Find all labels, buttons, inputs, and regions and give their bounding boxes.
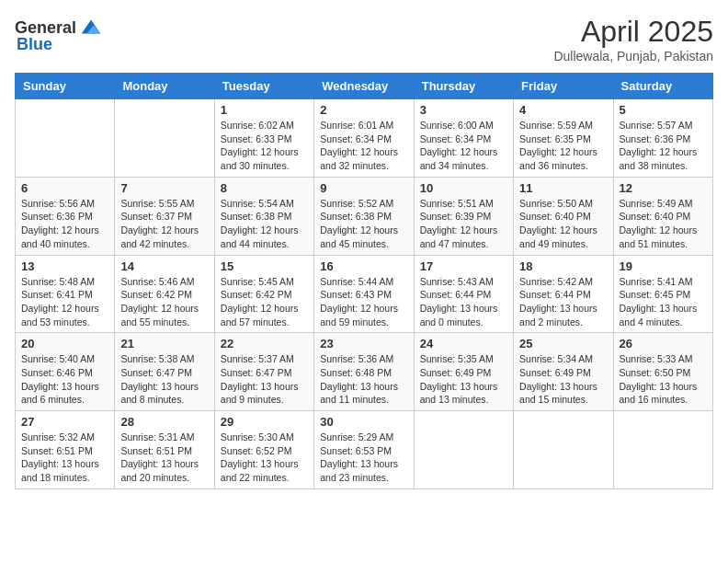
sunrise-text: Sunrise: 5:36 AM — [320, 353, 393, 364]
day-number: 17 — [420, 259, 507, 273]
col-header-friday: Friday — [514, 74, 613, 99]
day-number: 21 — [120, 337, 208, 350]
cell-info: Sunrise: 5:35 AM Sunset: 6:49 PM Dayligh… — [420, 352, 507, 407]
logo-icon — [78, 15, 104, 40]
day-number: 7 — [120, 181, 208, 195]
daylight-text: Daylight: 13 hours and 22 minutes. — [221, 458, 299, 483]
calendar-cell: 16 Sunrise: 5:44 AM Sunset: 6:43 PM Dayl… — [314, 255, 414, 333]
daylight-text: Daylight: 12 hours and 40 minutes. — [21, 224, 99, 249]
sunrise-text: Sunrise: 5:49 AM — [620, 198, 693, 209]
calendar-cell — [613, 411, 712, 489]
calendar-cell: 14 Sunrise: 5:46 AM Sunset: 6:42 PM Dayl… — [115, 255, 214, 333]
sunrise-text: Sunrise: 5:59 AM — [519, 120, 593, 131]
daylight-text: Daylight: 12 hours and 30 minutes. — [221, 146, 299, 171]
col-header-sunday: Sunday — [16, 74, 115, 99]
calendar-cell — [514, 411, 613, 489]
sunrise-text: Sunrise: 5:44 AM — [320, 276, 393, 287]
cell-info: Sunrise: 5:33 AM Sunset: 6:50 PM Dayligh… — [620, 352, 707, 407]
day-number: 16 — [320, 259, 407, 273]
sunset-text: Sunset: 6:45 PM — [620, 289, 691, 300]
calendar-cell: 26 Sunrise: 5:33 AM Sunset: 6:50 PM Dayl… — [613, 333, 712, 411]
daylight-text: Daylight: 13 hours and 13 minutes. — [420, 381, 498, 406]
sunset-text: Sunset: 6:38 PM — [320, 211, 392, 222]
day-number: 2 — [320, 103, 407, 117]
daylight-text: Daylight: 12 hours and 55 minutes. — [120, 303, 199, 327]
cell-info: Sunrise: 5:40 AM Sunset: 6:46 PM Dayligh… — [21, 352, 108, 407]
sunrise-text: Sunrise: 5:42 AM — [519, 276, 593, 287]
day-number: 1 — [221, 103, 308, 117]
calendar-cell: 11 Sunrise: 5:50 AM Sunset: 6:40 PM Dayl… — [514, 177, 613, 255]
sunset-text: Sunset: 6:43 PM — [320, 289, 392, 300]
cell-info: Sunrise: 6:00 AM Sunset: 6:34 PM Dayligh… — [420, 119, 507, 173]
sunrise-text: Sunrise: 5:37 AM — [221, 353, 294, 364]
sunrise-text: Sunrise: 5:55 AM — [120, 198, 194, 209]
calendar-cell: 30 Sunrise: 5:29 AM Sunset: 6:53 PM Dayl… — [314, 411, 414, 489]
calendar-week-row: 20 Sunrise: 5:40 AM Sunset: 6:46 PM Dayl… — [16, 333, 713, 411]
page-header: General Blue April 2025 Dullewala, Punja… — [15, 15, 713, 63]
calendar-cell: 1 Sunrise: 6:02 AM Sunset: 6:33 PM Dayli… — [214, 99, 313, 178]
calendar-cell: 20 Sunrise: 5:40 AM Sunset: 6:46 PM Dayl… — [16, 333, 115, 411]
logo-blue: Blue — [17, 35, 52, 54]
sunrise-text: Sunrise: 5:45 AM — [221, 276, 294, 287]
cell-info: Sunrise: 5:29 AM Sunset: 6:53 PM Dayligh… — [320, 431, 407, 485]
day-number: 18 — [519, 259, 607, 273]
daylight-text: Daylight: 12 hours and 45 minutes. — [320, 224, 398, 249]
day-number: 9 — [320, 181, 407, 195]
daylight-text: Daylight: 12 hours and 47 minutes. — [420, 224, 498, 249]
cell-info: Sunrise: 5:42 AM Sunset: 6:44 PM Dayligh… — [519, 275, 607, 329]
cell-info: Sunrise: 5:38 AM Sunset: 6:47 PM Dayligh… — [120, 352, 208, 407]
daylight-text: Daylight: 12 hours and 44 minutes. — [221, 224, 299, 249]
calendar-cell: 15 Sunrise: 5:45 AM Sunset: 6:42 PM Dayl… — [214, 255, 313, 333]
calendar-week-row: 6 Sunrise: 5:56 AM Sunset: 6:36 PM Dayli… — [16, 177, 713, 255]
daylight-text: Daylight: 13 hours and 23 minutes. — [320, 458, 398, 483]
sunrise-text: Sunrise: 5:31 AM — [120, 431, 194, 442]
sunset-text: Sunset: 6:36 PM — [21, 211, 93, 222]
sunrise-text: Sunrise: 5:52 AM — [320, 198, 393, 209]
month-title: April 2025 — [553, 15, 713, 49]
sunset-text: Sunset: 6:47 PM — [221, 367, 292, 378]
calendar-week-row: 27 Sunrise: 5:32 AM Sunset: 6:51 PM Dayl… — [16, 411, 713, 489]
sunset-text: Sunset: 6:41 PM — [21, 289, 93, 300]
daylight-text: Daylight: 13 hours and 6 minutes. — [21, 381, 99, 406]
daylight-text: Daylight: 13 hours and 15 minutes. — [519, 381, 597, 406]
calendar-header-row: SundayMondayTuesdayWednesdayThursdayFrid… — [16, 74, 713, 99]
sunset-text: Sunset: 6:44 PM — [519, 289, 591, 300]
day-number: 8 — [221, 181, 308, 195]
sunset-text: Sunset: 6:42 PM — [221, 289, 292, 300]
day-number: 14 — [120, 259, 208, 273]
sunset-text: Sunset: 6:34 PM — [320, 133, 392, 144]
daylight-text: Daylight: 12 hours and 36 minutes. — [519, 146, 597, 171]
cell-info: Sunrise: 5:30 AM Sunset: 6:52 PM Dayligh… — [221, 431, 308, 485]
cell-info: Sunrise: 5:37 AM Sunset: 6:47 PM Dayligh… — [221, 352, 308, 407]
sunset-text: Sunset: 6:44 PM — [420, 289, 492, 300]
sunset-text: Sunset: 6:50 PM — [620, 367, 691, 378]
sunset-text: Sunset: 6:33 PM — [221, 133, 292, 144]
calendar-cell: 21 Sunrise: 5:38 AM Sunset: 6:47 PM Dayl… — [115, 333, 214, 411]
cell-info: Sunrise: 5:43 AM Sunset: 6:44 PM Dayligh… — [420, 275, 507, 329]
day-number: 6 — [21, 181, 108, 195]
sunrise-text: Sunrise: 5:34 AM — [519, 353, 593, 364]
calendar-cell: 10 Sunrise: 5:51 AM Sunset: 6:39 PM Dayl… — [414, 177, 513, 255]
sunset-text: Sunset: 6:47 PM — [120, 367, 192, 378]
day-number: 24 — [420, 337, 507, 350]
sunrise-text: Sunrise: 5:32 AM — [21, 431, 95, 442]
sunset-text: Sunset: 6:35 PM — [519, 133, 591, 144]
sunset-text: Sunset: 6:48 PM — [320, 367, 392, 378]
sunrise-text: Sunrise: 5:51 AM — [420, 198, 494, 209]
sunrise-text: Sunrise: 5:38 AM — [120, 353, 194, 364]
calendar-cell: 7 Sunrise: 5:55 AM Sunset: 6:37 PM Dayli… — [115, 177, 214, 255]
sunset-text: Sunset: 6:37 PM — [120, 211, 192, 222]
day-number: 20 — [21, 337, 108, 350]
sunrise-text: Sunrise: 5:35 AM — [420, 353, 494, 364]
cell-info: Sunrise: 5:54 AM Sunset: 6:38 PM Dayligh… — [221, 197, 308, 251]
sunrise-text: Sunrise: 5:54 AM — [221, 198, 294, 209]
daylight-text: Daylight: 12 hours and 49 minutes. — [519, 224, 597, 249]
sunrise-text: Sunrise: 6:02 AM — [221, 120, 294, 131]
sunrise-text: Sunrise: 5:41 AM — [620, 276, 693, 287]
daylight-text: Daylight: 13 hours and 4 minutes. — [620, 303, 698, 327]
sunrise-text: Sunrise: 5:30 AM — [221, 431, 294, 442]
cell-info: Sunrise: 5:52 AM Sunset: 6:38 PM Dayligh… — [320, 197, 407, 251]
cell-info: Sunrise: 6:01 AM Sunset: 6:34 PM Dayligh… — [320, 119, 407, 173]
day-number: 22 — [221, 337, 308, 350]
cell-info: Sunrise: 5:46 AM Sunset: 6:42 PM Dayligh… — [120, 275, 208, 329]
